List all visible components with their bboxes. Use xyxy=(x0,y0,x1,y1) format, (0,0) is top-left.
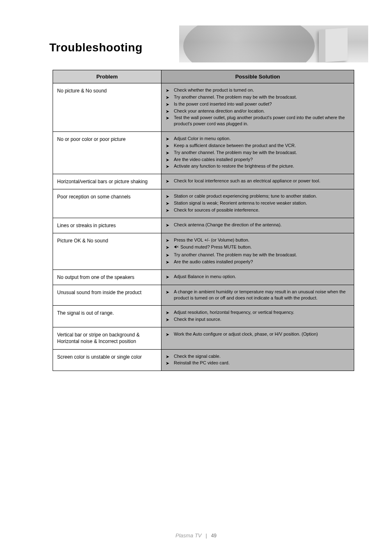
problem-cell: Lines or streaks in pictures xyxy=(53,218,161,233)
solution-list: Check the signal cable.Reinstall the PC … xyxy=(166,353,350,367)
problem-cell: The signal is out of range. xyxy=(53,306,161,327)
footer-page-number: 49 xyxy=(211,533,217,539)
solution-item: Adjust Color in menu option. xyxy=(166,135,350,142)
solution-cell: Check whether the product is turned on.T… xyxy=(161,83,354,132)
solution-list: Press the VOL +/- (or Volume) button.Sou… xyxy=(166,237,350,265)
solution-item: Check antenna (Change the direction of t… xyxy=(166,221,350,228)
solution-item: Is the power cord inserted into wall pow… xyxy=(166,101,350,108)
solution-list: Adjust resolution, horizontal frequency,… xyxy=(166,309,350,323)
solution-list: Check antenna (Change the direction of t… xyxy=(166,221,350,228)
col-header-problem: Problem xyxy=(53,70,161,83)
problem-cell: No picture & No sound xyxy=(53,83,161,132)
solution-item: Adjust resolution, horizontal frequency,… xyxy=(166,309,350,316)
solution-cell: Adjust Color in menu option.Keep a suffi… xyxy=(161,132,354,174)
problem-cell: Poor reception on some channels xyxy=(53,189,161,218)
solution-list: Adjust Color in menu option.Keep a suffi… xyxy=(166,135,350,170)
solution-item: Station signal is weak; Reorient antenna… xyxy=(166,200,350,207)
solution-list: Adjust Balance in menu option. xyxy=(166,273,350,280)
solution-cell: A change in ambient humidity or temperat… xyxy=(161,285,354,306)
problem-cell: Vertical bar or stripe on background & H… xyxy=(53,327,161,349)
decorative-header-image xyxy=(179,25,368,62)
solution-item-text: Sound muted? Press MUTE button. xyxy=(180,244,252,249)
solution-cell: Press the VOL +/- (or Volume) button.Sou… xyxy=(161,233,354,269)
solution-cell: Adjust resolution, horizontal frequency,… xyxy=(161,306,354,327)
solution-item: Check for local interference such as an … xyxy=(166,177,350,184)
solution-cell: Check the signal cable.Reinstall the PC … xyxy=(161,349,354,371)
col-header-solution: Possible Solution xyxy=(161,70,354,83)
table-row: Vertical bar or stripe on background & H… xyxy=(53,327,354,349)
solution-cell: Check for local interference such as an … xyxy=(161,174,354,189)
solution-item: Adjust Balance in menu option. xyxy=(166,273,350,280)
table-row: Unusual sound from inside the productA c… xyxy=(53,285,354,306)
table-row: No or poor color or poor pictureAdjust C… xyxy=(53,132,354,174)
solution-item: Check the signal cable. xyxy=(166,353,350,360)
solution-list: Check for local interference such as an … xyxy=(166,177,350,184)
solution-item: Keep a sufficient distance between the p… xyxy=(166,142,350,149)
solution-item: Station or cable product experiencing pr… xyxy=(166,193,350,200)
globe-graphic xyxy=(183,25,315,62)
solution-item: Check whether the product is turned on. xyxy=(166,87,350,94)
solution-item: Try another channel. The problem may be … xyxy=(166,251,350,258)
solution-item: Check your antenna direction and/or loca… xyxy=(166,108,350,115)
page-footer: Plasma TV | 49 xyxy=(0,532,392,539)
footer-brand: Plasma TV xyxy=(175,532,202,539)
solution-item: Check for sources of possible interferen… xyxy=(166,207,350,214)
solution-item: Press the VOL +/- (or Volume) button. xyxy=(166,237,350,244)
solution-item: Sound muted? Press MUTE button. xyxy=(166,244,350,251)
solution-cell: Work the Auto configure or adjust clock,… xyxy=(161,327,354,349)
solution-cell: Check antenna (Change the direction of t… xyxy=(161,218,354,233)
table-row: Poor reception on some channelsStation o… xyxy=(53,189,354,218)
solution-item: Reinstall the PC video card. xyxy=(166,359,350,366)
table-row: No output from one of the speakersAdjust… xyxy=(53,269,354,285)
door-graphic xyxy=(319,28,348,62)
solution-list: A change in ambient humidity or temperat… xyxy=(166,288,350,302)
mute-icon xyxy=(174,244,179,251)
solution-item: Are the audio cables installed properly? xyxy=(166,258,350,265)
solution-item: A change in ambient humidity or temperat… xyxy=(166,288,350,302)
solution-item: Check the input source. xyxy=(166,316,350,323)
solution-item: Test the wall power outlet, plug another… xyxy=(166,114,350,127)
solution-item: Activate any function to restore the bri… xyxy=(166,163,350,170)
solution-cell: Station or cable product experiencing pr… xyxy=(161,189,354,218)
solution-list: Check whether the product is turned on.T… xyxy=(166,87,350,127)
table-row: Horizontal/vertical bars or picture shak… xyxy=(53,174,354,189)
table-header-row: Problem Possible Solution xyxy=(53,70,354,83)
problem-cell: Unusual sound from inside the product xyxy=(53,285,161,306)
table-row: Lines or streaks in picturesCheck antenn… xyxy=(53,218,354,233)
problem-cell: Screen color is unstable or single color xyxy=(53,349,161,371)
problem-cell: No or poor color or poor picture xyxy=(53,132,161,174)
solution-list: Station or cable product experiencing pr… xyxy=(166,193,350,214)
problem-cell: Horizontal/vertical bars or picture shak… xyxy=(53,174,161,189)
table-row: No picture & No soundCheck whether the p… xyxy=(53,83,354,132)
solution-item: Work the Auto configure or adjust clock,… xyxy=(166,331,350,338)
troubleshooting-table: Problem Possible Solution No picture & N… xyxy=(53,70,354,371)
solution-item: Are the video cables installed properly? xyxy=(166,156,350,163)
solution-item: Try another channel. The problem may be … xyxy=(166,149,350,156)
solution-list: Work the Auto configure or adjust clock,… xyxy=(166,331,350,338)
solution-item: Try another channel. The problem may be … xyxy=(166,94,350,101)
problem-cell: Picture OK & No sound xyxy=(53,233,161,269)
problem-cell: No output from one of the speakers xyxy=(53,269,161,285)
solution-cell: Adjust Balance in menu option. xyxy=(161,269,354,285)
table-row: The signal is out of range.Adjust resolu… xyxy=(53,306,354,327)
section-title: Troubleshooting xyxy=(49,41,143,54)
table-row: Picture OK & No soundPress the VOL +/- (… xyxy=(53,233,354,269)
table-row: Screen color is unstable or single color… xyxy=(53,349,354,371)
